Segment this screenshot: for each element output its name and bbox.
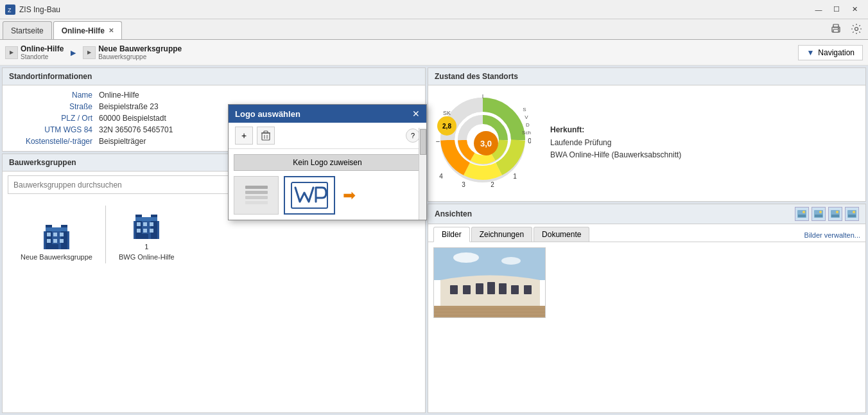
svg-rect-58 <box>434 248 546 280</box>
help-icon: ? <box>411 132 415 139</box>
tab-zeichnungen[interactable]: Zeichnungen <box>471 227 532 242</box>
svg-rect-15 <box>60 233 64 236</box>
ansichten-tabs: Bilder Zeichnungen Dokumente Bilder verw… <box>428 224 865 242</box>
svg-rect-28 <box>143 229 147 233</box>
svg-rect-16 <box>47 239 51 243</box>
modal-close-button[interactable]: ✕ <box>412 109 420 119</box>
svg-text:0: 0 <box>528 137 531 145</box>
breadcrumb-main-1: Online-Hilfe <box>21 44 64 53</box>
settings-button[interactable] <box>847 20 865 38</box>
standort-header: Standortinformationen <box>3 68 425 85</box>
app-icon: Z <box>5 4 15 15</box>
tab-close-icon[interactable]: ✕ <box>108 27 114 34</box>
svg-point-59 <box>453 252 479 263</box>
no-logo-button[interactable]: Kein Logo zuweisen <box>234 154 421 171</box>
bwg-num-bwg: 1 <box>144 243 148 251</box>
modal-toolbar: + ? <box>229 123 426 149</box>
modal-delete-button[interactable] <box>257 127 275 145</box>
svg-rect-14 <box>53 233 57 236</box>
svg-text:4: 4 <box>439 173 443 180</box>
herkunft-text: Laufende Prüfung <box>550 137 859 149</box>
label-plz: PLZ / Ort <box>15 114 99 123</box>
breadcrumb-arrow-icon: ► <box>69 48 78 58</box>
breadcrumb-main-2: Neue Bauwerksgruppe <box>98 44 182 53</box>
svg-point-5 <box>838 28 839 30</box>
app-title: ZIS Ing-Bau <box>19 5 60 14</box>
svg-rect-53 <box>831 215 839 217</box>
breadcrumb-sub-2: Bauwerksgruppe <box>98 53 182 60</box>
value-name: Online-Hilfe <box>99 91 412 100</box>
svg-text:D: D <box>526 122 530 128</box>
label-kostenstelle: Kostenstelle/-träger <box>15 137 99 146</box>
bwg-item-bwg[interactable]: 1 BWG Online-Hilfe <box>106 203 187 266</box>
navigation-button[interactable]: ▼ Navigation <box>798 45 863 60</box>
svg-point-57 <box>853 211 855 213</box>
logo-placeholder[interactable] <box>234 176 279 215</box>
svg-rect-23 <box>135 217 157 221</box>
svg-rect-63 <box>476 283 483 294</box>
tab-bilder[interactable]: Bilder <box>433 227 470 242</box>
scrollbar-thumb <box>420 129 426 155</box>
svg-rect-30 <box>142 234 148 239</box>
bwg-item-neue[interactable]: Neue Bauwerksgruppe <box>8 203 105 266</box>
svg-rect-13 <box>47 233 51 236</box>
tab-startseite[interactable]: Startseite <box>3 21 52 39</box>
modal-help-button[interactable]: ? <box>406 128 420 143</box>
close-button[interactable]: ✕ <box>846 4 863 15</box>
svg-rect-67 <box>524 285 532 294</box>
svg-rect-65 <box>499 283 507 294</box>
tab-dokumente[interactable]: Dokumente <box>534 227 589 242</box>
svg-rect-24 <box>137 222 141 226</box>
svg-text:Z: Z <box>8 7 12 13</box>
modal-content: Kein Logo zuweisen <box>229 149 426 220</box>
breadcrumb-sub-1: Standorte <box>21 53 64 60</box>
building-photo <box>433 247 546 318</box>
breadcrumb-play-button-2[interactable]: ▶ <box>83 46 96 59</box>
view-icon-3[interactable] <box>828 207 842 221</box>
svg-text:–: – <box>436 137 440 145</box>
tabs-container: Startseite Online-Hilfe ✕ <box>3 21 122 39</box>
nav-arrow-icon: ▼ <box>806 48 814 57</box>
logo-selected[interactable] <box>284 176 335 215</box>
chart-info: Herkunft: Laufende Prüfung BWA Online-Hi… <box>550 125 859 161</box>
svg-rect-27 <box>137 229 141 233</box>
ansichten-section: Ansichten <box>428 204 866 413</box>
tab-zeichnungen-label: Zeichnungen <box>480 230 524 239</box>
right-panel: Zustand des Standorts <box>428 67 866 413</box>
svg-text:V: V <box>525 114 528 120</box>
tab-bilder-label: Bilder <box>442 230 462 239</box>
print-button[interactable] <box>827 20 845 38</box>
svg-rect-12 <box>46 227 67 231</box>
view-icon-4[interactable] <box>845 207 859 221</box>
label-utm: UTM WGS 84 <box>15 125 99 134</box>
svg-point-54 <box>836 211 838 213</box>
tab-online-hilfe[interactable]: Online-Hilfe ✕ <box>53 21 122 39</box>
breadcrumb-play-button-1[interactable]: ▶ <box>5 46 18 59</box>
tab-dokumente-label: Dokumente <box>542 230 581 239</box>
modal-add-button[interactable]: + <box>235 127 253 145</box>
view-icon-1[interactable] <box>795 207 809 221</box>
breadcrumb-bar: ▶ Online-Hilfe Standorte ► ▶ Neue Bauwer… <box>0 40 868 66</box>
maximize-button[interactable]: ☐ <box>828 4 845 15</box>
minimize-button[interactable]: — <box>810 4 827 15</box>
image-area <box>428 242 865 323</box>
center-value: 3,0 <box>474 131 498 155</box>
bwg-label-bwg: BWG Online-Hilfe <box>119 253 175 261</box>
wp-logo-svg <box>290 181 329 209</box>
modal-scrollbar[interactable] <box>419 128 426 220</box>
logo-grid: ➡ <box>234 176 421 215</box>
svg-text:1: 1 <box>513 173 517 180</box>
view-icon-2[interactable] <box>812 207 826 221</box>
tab-actions <box>827 20 865 39</box>
svg-rect-26 <box>150 222 153 226</box>
tabs-row: Bilder Zeichnungen Dokumente <box>433 227 589 242</box>
svg-text:3: 3 <box>462 181 465 188</box>
svg-text:I: I <box>482 93 484 100</box>
label-strasse: Straße <box>15 102 99 111</box>
label-name: Name <box>15 91 99 100</box>
bwg-label-neue: Neue Bauwerksgruppe <box>21 253 92 261</box>
ansichten-header: Ansichten <box>428 204 865 224</box>
logo-modal: Logo auswählen ✕ + ? Kein Logo zuweisen <box>228 104 427 220</box>
bilder-verwalten-link[interactable]: Bilder verwalten... <box>804 231 860 242</box>
svg-rect-50 <box>815 215 822 217</box>
